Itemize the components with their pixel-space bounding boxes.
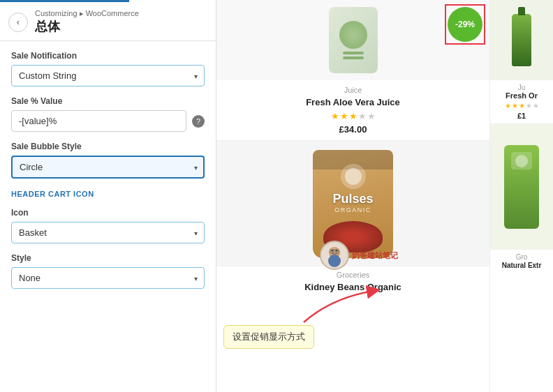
- sale-bubble-style-label: Sale Bubble Style: [11, 142, 205, 151]
- right-product-category-top: Ju: [493, 84, 550, 91]
- annotation-box: 设置促销显示方式: [223, 325, 314, 349]
- sale-bubble-style-select-wrapper: Circle Square Ribbon Flash ▾: [11, 156, 205, 179]
- right-product-info-top: Ju Fresh Or ★ ★ ★ ★ ★ £1: [490, 80, 553, 123]
- red-arrow: [297, 284, 388, 326]
- svg-point-5: [328, 255, 341, 267]
- panel-content: Sale Notification Custom String Default …: [0, 41, 216, 392]
- panel-title: 总体: [35, 18, 139, 35]
- avatar-icon: [322, 243, 347, 268]
- back-button[interactable]: ‹: [8, 13, 28, 32]
- sale-bubble-style-select[interactable]: Circle Square Ribbon Flash: [11, 156, 205, 179]
- avatar-label: 奶爸建站笔记: [352, 250, 398, 261]
- right-product-name-top: Fresh Or: [493, 91, 550, 100]
- grocery-category: Groceries: [223, 271, 482, 279]
- breadcrumb: Customizing ▸ WooCommerce: [35, 9, 139, 18]
- icon-label: Icon: [11, 208, 205, 218]
- product-price-juice: £34.00: [223, 124, 482, 135]
- pulses-sublabel: ORGANIC: [334, 206, 371, 213]
- style-select-wrapper: None Filled Outline ▾: [11, 267, 205, 289]
- right-product-info-bottom: Gro Natural Extr: [490, 250, 553, 273]
- right-product-stars: ★ ★ ★ ★ ★: [493, 102, 550, 110]
- svg-rect-4: [330, 249, 339, 253]
- breadcrumb-area: Customizing ▸ WooCommerce 总体: [35, 9, 139, 35]
- style-select[interactable]: None Filled Outline: [11, 267, 205, 289]
- avatar: [320, 241, 349, 270]
- sale-badge: -29%: [448, 7, 482, 42]
- product-info-juice: Juice Fresh Aloe Vera Juice ★ ★ ★ ★ ★ £3…: [216, 80, 489, 140]
- sale-notification-select[interactable]: Custom String Default Sale!: [11, 65, 205, 86]
- right-partial-col: Ju Fresh Or ★ ★ ★ ★ ★ £1: [490, 0, 553, 392]
- help-icon[interactable]: ?: [192, 115, 205, 128]
- header-cart-icon-link[interactable]: HEADER CART ICON: [11, 190, 205, 198]
- left-panel: ‹ Customizing ▸ WooCommerce 总体 Sale Noti…: [0, 0, 216, 392]
- sale-notification-label: Sale Notification: [11, 51, 205, 61]
- sale-percent-input[interactable]: [11, 110, 186, 132]
- right-product-price-top: £1: [493, 112, 550, 120]
- sale-notification-select-wrapper: Custom String Default Sale! ▾: [11, 65, 205, 86]
- icon-select-wrapper: Basket Cart Bag ▾: [11, 222, 205, 243]
- pulses-label: Pulses: [332, 192, 373, 206]
- product-stars-juice: ★ ★ ★ ★ ★: [223, 111, 482, 121]
- right-grocery-name: Natural Extr: [493, 261, 550, 270]
- panel-header: ‹ Customizing ▸ WooCommerce 总体: [0, 2, 216, 41]
- right-grocery-category: Gro: [493, 253, 550, 261]
- sale-percent-label: Sale % Value: [11, 96, 205, 106]
- avatar-area: 奶爸建站笔记: [320, 241, 398, 270]
- right-panel: -29% Juice Fresh Aloe Vera Juice ★ ★ ★ ★…: [216, 0, 553, 392]
- icon-select[interactable]: Basket Cart Bag: [11, 222, 205, 243]
- product-name-juice: Fresh Aloe Vera Juice: [223, 97, 482, 107]
- style-label: Style: [11, 253, 205, 263]
- product-category-juice: Juice: [223, 86, 482, 94]
- sale-percent-row: ?: [11, 110, 205, 132]
- back-icon: ‹: [17, 17, 20, 27]
